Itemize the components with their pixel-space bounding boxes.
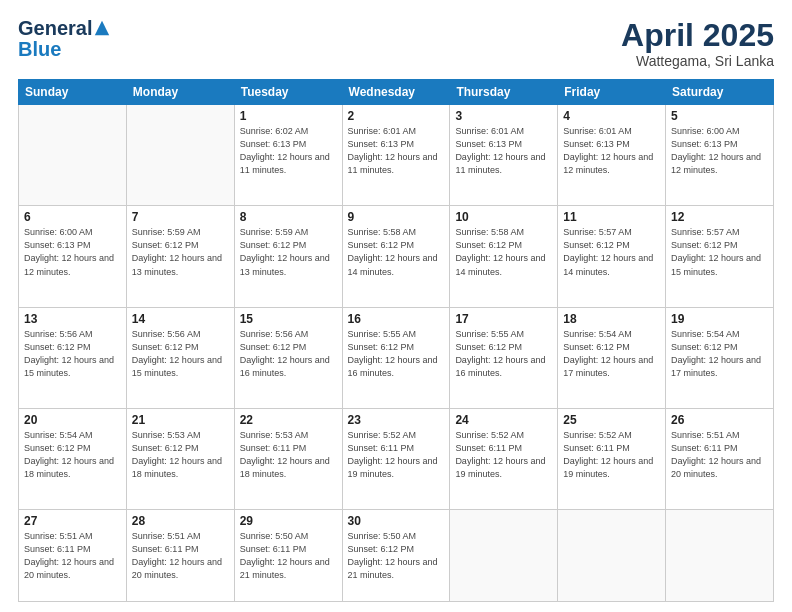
calendar-cell: 20Sunrise: 5:54 AM Sunset: 6:12 PM Dayli… <box>19 408 127 509</box>
day-number: 7 <box>132 210 229 224</box>
day-number: 8 <box>240 210 337 224</box>
calendar-cell: 5Sunrise: 6:00 AM Sunset: 6:13 PM Daylig… <box>666 105 774 206</box>
day-info: Sunrise: 5:55 AM Sunset: 6:12 PM Dayligh… <box>455 328 552 380</box>
weekday-header-tuesday: Tuesday <box>234 80 342 105</box>
calendar-cell <box>450 509 558 601</box>
header: General Blue April 2025 Wattegama, Sri L… <box>18 18 774 69</box>
day-number: 1 <box>240 109 337 123</box>
calendar-cell <box>666 509 774 601</box>
day-info: Sunrise: 5:58 AM Sunset: 6:12 PM Dayligh… <box>348 226 445 278</box>
calendar-cell: 16Sunrise: 5:55 AM Sunset: 6:12 PM Dayli… <box>342 307 450 408</box>
header-right: April 2025 Wattegama, Sri Lanka <box>621 18 774 69</box>
day-info: Sunrise: 5:57 AM Sunset: 6:12 PM Dayligh… <box>671 226 768 278</box>
day-number: 11 <box>563 210 660 224</box>
weekday-header-saturday: Saturday <box>666 80 774 105</box>
day-info: Sunrise: 5:59 AM Sunset: 6:12 PM Dayligh… <box>240 226 337 278</box>
calendar-cell: 2Sunrise: 6:01 AM Sunset: 6:13 PM Daylig… <box>342 105 450 206</box>
calendar-cell: 10Sunrise: 5:58 AM Sunset: 6:12 PM Dayli… <box>450 206 558 307</box>
location: Wattegama, Sri Lanka <box>621 53 774 69</box>
day-number: 23 <box>348 413 445 427</box>
day-info: Sunrise: 5:53 AM Sunset: 6:11 PM Dayligh… <box>240 429 337 481</box>
day-number: 10 <box>455 210 552 224</box>
calendar-cell: 12Sunrise: 5:57 AM Sunset: 6:12 PM Dayli… <box>666 206 774 307</box>
day-number: 15 <box>240 312 337 326</box>
day-number: 29 <box>240 514 337 528</box>
calendar-table: SundayMondayTuesdayWednesdayThursdayFrid… <box>18 79 774 602</box>
day-info: Sunrise: 6:02 AM Sunset: 6:13 PM Dayligh… <box>240 125 337 177</box>
day-info: Sunrise: 5:50 AM Sunset: 6:12 PM Dayligh… <box>348 530 445 582</box>
day-number: 28 <box>132 514 229 528</box>
calendar-cell: 21Sunrise: 5:53 AM Sunset: 6:12 PM Dayli… <box>126 408 234 509</box>
calendar-cell: 4Sunrise: 6:01 AM Sunset: 6:13 PM Daylig… <box>558 105 666 206</box>
calendar-cell <box>126 105 234 206</box>
day-number: 19 <box>671 312 768 326</box>
weekday-header-monday: Monday <box>126 80 234 105</box>
week-row-3: 20Sunrise: 5:54 AM Sunset: 6:12 PM Dayli… <box>19 408 774 509</box>
calendar-cell: 27Sunrise: 5:51 AM Sunset: 6:11 PM Dayli… <box>19 509 127 601</box>
day-info: Sunrise: 5:54 AM Sunset: 6:12 PM Dayligh… <box>671 328 768 380</box>
calendar-cell: 14Sunrise: 5:56 AM Sunset: 6:12 PM Dayli… <box>126 307 234 408</box>
day-number: 13 <box>24 312 121 326</box>
calendar-cell: 6Sunrise: 6:00 AM Sunset: 6:13 PM Daylig… <box>19 206 127 307</box>
weekday-header-thursday: Thursday <box>450 80 558 105</box>
day-number: 5 <box>671 109 768 123</box>
day-number: 3 <box>455 109 552 123</box>
calendar-cell: 26Sunrise: 5:51 AM Sunset: 6:11 PM Dayli… <box>666 408 774 509</box>
logo-blue-text: Blue <box>18 38 61 60</box>
calendar-cell: 11Sunrise: 5:57 AM Sunset: 6:12 PM Dayli… <box>558 206 666 307</box>
calendar-cell: 28Sunrise: 5:51 AM Sunset: 6:11 PM Dayli… <box>126 509 234 601</box>
weekday-header-wednesday: Wednesday <box>342 80 450 105</box>
calendar-cell: 29Sunrise: 5:50 AM Sunset: 6:11 PM Dayli… <box>234 509 342 601</box>
day-info: Sunrise: 5:51 AM Sunset: 6:11 PM Dayligh… <box>132 530 229 582</box>
calendar-cell: 23Sunrise: 5:52 AM Sunset: 6:11 PM Dayli… <box>342 408 450 509</box>
weekday-header-sunday: Sunday <box>19 80 127 105</box>
day-number: 16 <box>348 312 445 326</box>
week-row-0: 1Sunrise: 6:02 AM Sunset: 6:13 PM Daylig… <box>19 105 774 206</box>
calendar-cell: 30Sunrise: 5:50 AM Sunset: 6:12 PM Dayli… <box>342 509 450 601</box>
day-number: 2 <box>348 109 445 123</box>
svg-marker-0 <box>95 21 109 35</box>
day-info: Sunrise: 6:01 AM Sunset: 6:13 PM Dayligh… <box>563 125 660 177</box>
day-info: Sunrise: 5:50 AM Sunset: 6:11 PM Dayligh… <box>240 530 337 582</box>
day-number: 9 <box>348 210 445 224</box>
day-info: Sunrise: 5:56 AM Sunset: 6:12 PM Dayligh… <box>132 328 229 380</box>
calendar-cell: 19Sunrise: 5:54 AM Sunset: 6:12 PM Dayli… <box>666 307 774 408</box>
day-number: 18 <box>563 312 660 326</box>
logo-general-text: General <box>18 18 92 38</box>
day-info: Sunrise: 5:56 AM Sunset: 6:12 PM Dayligh… <box>240 328 337 380</box>
weekday-header-row: SundayMondayTuesdayWednesdayThursdayFrid… <box>19 80 774 105</box>
page: General Blue April 2025 Wattegama, Sri L… <box>0 0 792 612</box>
week-row-4: 27Sunrise: 5:51 AM Sunset: 6:11 PM Dayli… <box>19 509 774 601</box>
day-info: Sunrise: 5:52 AM Sunset: 6:11 PM Dayligh… <box>563 429 660 481</box>
calendar-cell: 7Sunrise: 5:59 AM Sunset: 6:12 PM Daylig… <box>126 206 234 307</box>
day-number: 30 <box>348 514 445 528</box>
day-info: Sunrise: 6:00 AM Sunset: 6:13 PM Dayligh… <box>671 125 768 177</box>
day-info: Sunrise: 5:52 AM Sunset: 6:11 PM Dayligh… <box>455 429 552 481</box>
day-number: 14 <box>132 312 229 326</box>
day-info: Sunrise: 5:51 AM Sunset: 6:11 PM Dayligh… <box>671 429 768 481</box>
day-number: 12 <box>671 210 768 224</box>
day-number: 26 <box>671 413 768 427</box>
calendar-cell: 17Sunrise: 5:55 AM Sunset: 6:12 PM Dayli… <box>450 307 558 408</box>
calendar-cell: 1Sunrise: 6:02 AM Sunset: 6:13 PM Daylig… <box>234 105 342 206</box>
day-info: Sunrise: 6:00 AM Sunset: 6:13 PM Dayligh… <box>24 226 121 278</box>
day-info: Sunrise: 6:01 AM Sunset: 6:13 PM Dayligh… <box>455 125 552 177</box>
day-number: 25 <box>563 413 660 427</box>
day-number: 27 <box>24 514 121 528</box>
day-info: Sunrise: 5:54 AM Sunset: 6:12 PM Dayligh… <box>24 429 121 481</box>
month-title: April 2025 <box>621 18 774 53</box>
day-info: Sunrise: 5:59 AM Sunset: 6:12 PM Dayligh… <box>132 226 229 278</box>
day-info: Sunrise: 5:58 AM Sunset: 6:12 PM Dayligh… <box>455 226 552 278</box>
calendar-cell: 25Sunrise: 5:52 AM Sunset: 6:11 PM Dayli… <box>558 408 666 509</box>
calendar-cell: 24Sunrise: 5:52 AM Sunset: 6:11 PM Dayli… <box>450 408 558 509</box>
logo-icon <box>93 19 111 37</box>
day-info: Sunrise: 5:52 AM Sunset: 6:11 PM Dayligh… <box>348 429 445 481</box>
calendar-cell: 15Sunrise: 5:56 AM Sunset: 6:12 PM Dayli… <box>234 307 342 408</box>
logo: General Blue <box>18 18 112 61</box>
day-info: Sunrise: 6:01 AM Sunset: 6:13 PM Dayligh… <box>348 125 445 177</box>
calendar-cell: 18Sunrise: 5:54 AM Sunset: 6:12 PM Dayli… <box>558 307 666 408</box>
calendar-cell <box>558 509 666 601</box>
day-info: Sunrise: 5:56 AM Sunset: 6:12 PM Dayligh… <box>24 328 121 380</box>
calendar-cell <box>19 105 127 206</box>
day-info: Sunrise: 5:51 AM Sunset: 6:11 PM Dayligh… <box>24 530 121 582</box>
